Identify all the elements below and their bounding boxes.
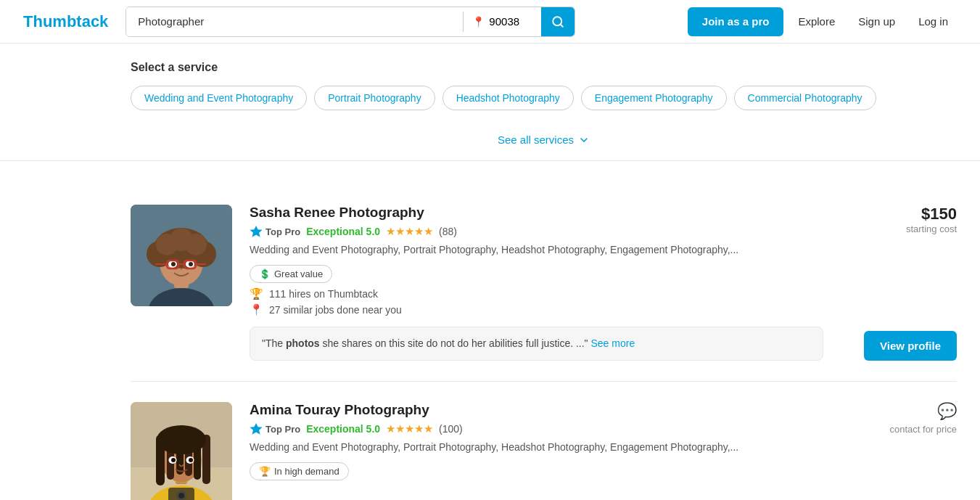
svg-line-1 <box>561 24 563 26</box>
pro-name-1: Sasha Renee Photography <box>250 205 823 221</box>
exceptional-rating-2: Exceptional 5.0 <box>306 423 380 435</box>
svg-point-33 <box>157 425 206 454</box>
in-demand-label: In high demand <box>274 466 339 477</box>
top-pro-text-1: Top Pro <box>265 226 300 237</box>
price-amount-1: $150 <box>906 205 957 224</box>
see-all-services-button[interactable]: See all services <box>498 134 590 146</box>
services-section: Select a service Wedding and Event Photo… <box>0 44 980 161</box>
dollar-icon: 💲 <box>259 269 271 279</box>
brand-logo[interactable]: Thumbtack <box>23 12 108 31</box>
search-button[interactable] <box>541 7 575 36</box>
stars-2: ★★★★★ <box>386 422 433 435</box>
chat-icon: 💬 <box>937 402 957 421</box>
results-section: Sasha Renee Photography Top Pro Exceptio… <box>0 161 980 500</box>
pro-card-2: Amina Touray Photography Top Pro Excepti… <box>131 382 957 500</box>
pro-name-2: Amina Touray Photography <box>250 402 823 418</box>
join-pro-button[interactable]: Join as a pro <box>688 7 784 36</box>
trophy-icon: 🏆 <box>250 287 263 300</box>
review-count-1: (88) <box>439 226 457 237</box>
service-pill-headshot[interactable]: Headshot Photography <box>442 86 574 110</box>
flame-icon: 🏆 <box>259 466 271 477</box>
pro-card-1: Sasha Renee Photography Top Pro Exceptio… <box>131 184 957 382</box>
badge-row-1: 💲 Great value <box>250 265 823 283</box>
great-value-badge: 💲 Great value <box>250 265 332 283</box>
top-pro-icon-1 <box>250 225 263 238</box>
location-pin-icon: 📍 <box>472 16 485 28</box>
top-pro-badge-2: Top Pro <box>250 422 300 435</box>
pro-stats-1: 🏆 111 hires on Thumbtack 📍 27 similar jo… <box>250 287 823 316</box>
location-icon: 📍 <box>250 303 263 316</box>
pro-services-2: Wedding and Event Photography, Portrait … <box>250 440 823 455</box>
location-display: 📍 <box>464 7 541 36</box>
search-input[interactable] <box>126 7 463 36</box>
pro-services-1: Wedding and Event Photography, Portrait … <box>250 242 823 258</box>
location-input[interactable] <box>489 15 532 28</box>
review-count-2: (100) <box>439 423 463 435</box>
chevron-down-icon <box>578 134 590 146</box>
svg-point-14 <box>171 262 176 266</box>
nearby-jobs-count: 27 similar jobs done near you <box>269 304 402 316</box>
contact-price-label: contact for price <box>890 424 958 435</box>
svg-point-37 <box>189 458 193 462</box>
see-all-label: See all services <box>498 134 574 146</box>
contact-block-2: 💬 contact for price <box>890 402 958 435</box>
service-pills: Wedding and Event Photography Portrait P… <box>131 86 957 110</box>
review-excerpt-1: "The photos she shares on this site do n… <box>250 327 823 361</box>
pro-badges-1: Top Pro Exceptional 5.0 ★★★★★ (88) <box>250 225 823 238</box>
price-block-1: $150 starting cost <box>906 205 957 234</box>
review-bold-word: photos <box>286 337 320 349</box>
pro-badges-2: Top Pro Exceptional 5.0 ★★★★★ (100) <box>250 422 823 435</box>
pro-info-2: Amina Touray Photography Top Pro Excepti… <box>250 402 823 500</box>
svg-point-36 <box>171 458 176 462</box>
pro-right-2: 💬 contact for price <box>841 402 957 500</box>
hires-count: 111 hires on Thumbtack <box>269 288 378 300</box>
pro-photo-1 <box>131 205 232 306</box>
nearby-jobs-stat: 📍 27 similar jobs done near you <box>250 303 823 316</box>
pro-avatar-2 <box>131 402 232 500</box>
svg-point-15 <box>189 262 193 266</box>
great-value-label: Great value <box>274 269 323 279</box>
pro-photo-2 <box>131 402 232 500</box>
search-icon <box>551 15 564 28</box>
header-nav: Join as a pro Explore Sign up Log in <box>688 7 957 36</box>
stars-1: ★★★★★ <box>386 225 433 238</box>
review-prefix: "The <box>262 337 286 349</box>
svg-marker-21 <box>250 226 262 237</box>
signup-nav-link[interactable]: Sign up <box>849 7 904 36</box>
service-pill-commercial[interactable]: Commercial Photography <box>734 86 876 110</box>
header: Thumbtack 📍 Join as a pro Explore Sign u… <box>0 0 980 44</box>
service-pill-wedding[interactable]: Wedding and Event Photography <box>131 86 307 110</box>
top-pro-icon-2 <box>250 422 263 435</box>
pro-info-1: Sasha Renee Photography Top Pro Exceptio… <box>250 205 823 361</box>
exceptional-rating-1: Exceptional 5.0 <box>306 226 380 237</box>
pro-avatar-1 <box>131 205 232 306</box>
login-nav-link[interactable]: Log in <box>910 7 957 36</box>
view-profile-button-1[interactable]: View profile <box>864 331 957 361</box>
pro-right-1: $150 starting cost View profile <box>841 205 957 361</box>
service-pill-portrait[interactable]: Portrait Photography <box>314 86 435 110</box>
search-bar: 📍 <box>125 7 575 37</box>
service-pill-engagement[interactable]: Engagement Photography <box>581 86 727 110</box>
services-title: Select a service <box>131 61 957 74</box>
price-label-1: starting cost <box>906 224 957 234</box>
see-more-link[interactable]: See more <box>590 337 635 349</box>
badge-row-2: 🏆 In high demand <box>250 462 823 480</box>
top-pro-text-2: Top Pro <box>265 424 300 435</box>
review-suffix: she shares on this site do not do her ab… <box>320 337 588 349</box>
svg-point-40 <box>178 493 184 499</box>
hires-stat: 🏆 111 hires on Thumbtack <box>250 287 823 300</box>
svg-point-11 <box>170 228 193 251</box>
svg-marker-41 <box>250 423 262 435</box>
in-demand-badge: 🏆 In high demand <box>250 462 349 480</box>
explore-nav-link[interactable]: Explore <box>789 7 844 36</box>
top-pro-badge-1: Top Pro <box>250 225 300 238</box>
